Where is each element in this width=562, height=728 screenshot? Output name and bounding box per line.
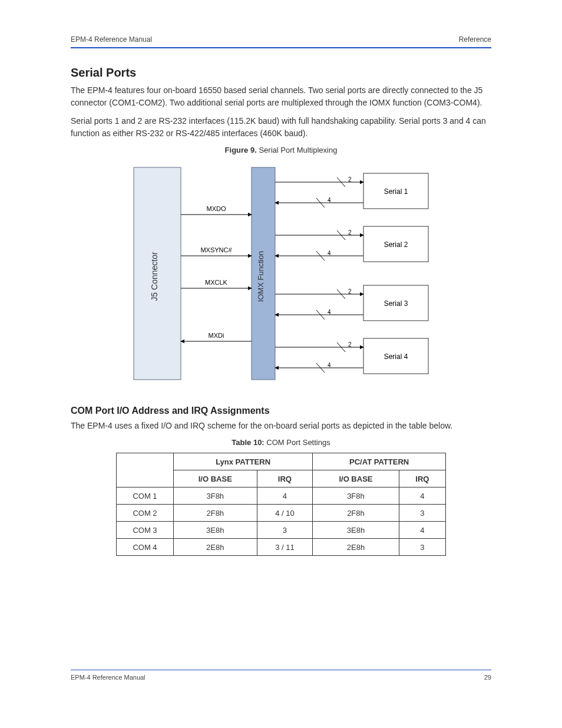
signal-mxsync: MXSYNC#: [181, 246, 252, 256]
signal-mxclk: MXCLK: [181, 279, 252, 288]
section-paragraph-2: Serial ports 1 and 2 are RS-232 interfac…: [71, 115, 491, 140]
group-header-pcat: PC/AT PATTERN: [313, 453, 446, 470]
cell: 2E8h: [174, 539, 257, 556]
figure-caption-text: Serial Port Multiplexing: [259, 146, 337, 154]
footer-rule: [71, 670, 491, 670]
figure-caption: Figure 9. Serial Port Multiplexing: [71, 146, 491, 154]
row-label: COM 2: [117, 505, 174, 522]
cell: 3: [257, 522, 313, 539]
cell: 3 / 11: [257, 539, 313, 556]
table-row: COM 2 2F8h 4 / 10 2F8h 3: [117, 505, 446, 522]
svg-text:2: 2: [348, 229, 352, 236]
svg-text:MXSYNC#: MXSYNC#: [200, 246, 232, 253]
cell: 3F8h: [313, 487, 399, 505]
table-caption-text: COM Port Settings: [266, 438, 330, 447]
subsection-paragraph: The EPM-4 uses a fixed I/O and IRQ schem…: [71, 420, 491, 432]
svg-text:MXDO: MXDO: [207, 205, 226, 212]
table-row: COM 3 3E8h 3 3E8h 4: [117, 522, 446, 539]
cell: 3E8h: [174, 522, 257, 539]
signal-mxdo: MXDO: [181, 205, 252, 215]
row-label: COM 3: [117, 522, 174, 539]
page-header: EPM-4 Reference Manual Reference: [71, 35, 491, 47]
page-footer: EPM-4 Reference Manual 29: [71, 670, 491, 681]
diagram: J5 Connector IOMX Function MXDO MXSYNC# …: [128, 162, 434, 388]
cell: 4: [257, 487, 313, 505]
header-rule: [71, 47, 491, 48]
cell: 4: [399, 522, 445, 539]
figure-caption-label: Figure 9.: [225, 146, 257, 154]
header-left: EPM-4 Reference Manual: [71, 35, 152, 44]
svg-text:2: 2: [348, 341, 352, 348]
serial-1-label: Serial 1: [384, 187, 408, 196]
section-paragraph-1: The EPM-4 features four on-board 16550 b…: [71, 84, 491, 109]
row-label: COM 4: [117, 539, 174, 556]
table-row: COM 4 2E8h 3 / 11 2E8h 3: [117, 539, 446, 556]
cell: 2F8h: [313, 505, 399, 522]
group-header-lynx: Lynx PATTERN: [174, 453, 313, 470]
header-right: Reference: [459, 35, 491, 44]
svg-text:4: 4: [328, 197, 331, 203]
row-label: COM 1: [117, 487, 174, 505]
svg-text:MXCLK: MXCLK: [205, 279, 228, 286]
cell: 3: [399, 539, 445, 556]
cell: 3: [399, 505, 445, 522]
svg-text:4: 4: [328, 309, 331, 315]
svg-text:MXDi: MXDi: [209, 332, 224, 339]
serial-4-label: Serial 4: [384, 353, 408, 361]
cell: 3E8h: [313, 522, 399, 539]
iomx-label: IOMX Function: [256, 251, 265, 302]
svg-text:2: 2: [348, 176, 352, 183]
serial-3-label: Serial 3: [384, 299, 408, 308]
table-corner: [117, 453, 174, 487]
svg-text:4: 4: [328, 250, 331, 256]
cell: 4: [399, 487, 445, 505]
col-header: I/O BASE: [313, 470, 399, 487]
cell: 2E8h: [313, 539, 399, 556]
table-caption-label: Table 10:: [232, 438, 264, 447]
page: EPM-4 Reference Manual Reference Serial …: [0, 0, 562, 728]
cell: 4 / 10: [257, 505, 313, 522]
footer-left: EPM-4 Reference Manual: [71, 674, 146, 681]
svg-text:2: 2: [348, 288, 352, 295]
table-caption: Table 10: COM Port Settings: [71, 438, 491, 447]
signal-mxdi: MXDi: [181, 332, 252, 341]
j5-connector-label: J5 Connector: [150, 252, 159, 301]
col-header: IRQ: [257, 470, 313, 487]
cell: 3F8h: [174, 487, 257, 505]
col-header: I/O BASE: [174, 470, 257, 487]
col-header: IRQ: [399, 470, 445, 487]
subsection-title: COM Port I/O Address and IRQ Assignments: [71, 406, 491, 416]
com-port-table: Lynx PATTERN PC/AT PATTERN I/O BASE IRQ …: [116, 453, 446, 556]
serial-2-label: Serial 2: [384, 241, 408, 249]
section-title: Serial Ports: [71, 66, 491, 80]
svg-text:4: 4: [328, 362, 331, 368]
cell: 2F8h: [174, 505, 257, 522]
table-row: COM 1 3F8h 4 3F8h 4: [117, 487, 446, 505]
footer-right: 29: [484, 674, 491, 681]
table-group-header-row: Lynx PATTERN PC/AT PATTERN: [117, 453, 446, 470]
